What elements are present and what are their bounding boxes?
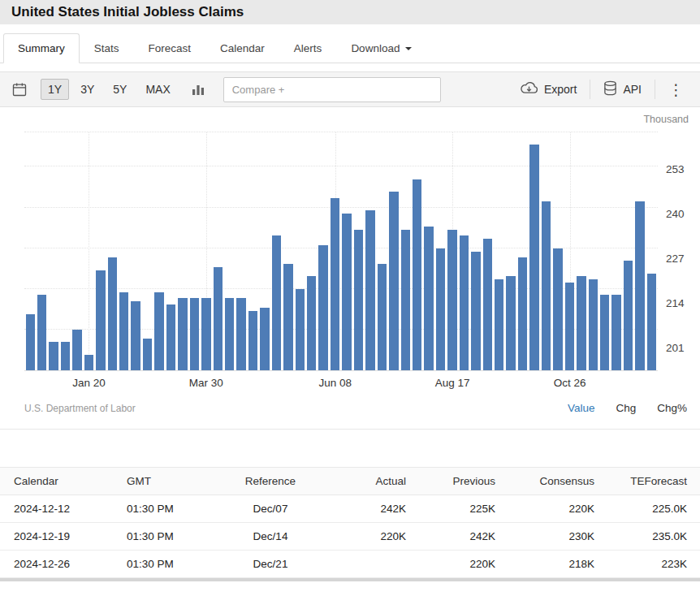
range-button-3y[interactable]: 3Y <box>73 79 102 100</box>
chart-bar <box>378 264 387 370</box>
chart-bar <box>190 298 199 370</box>
mode-value[interactable]: Value <box>568 402 595 414</box>
table-cell: 01:30 PM <box>114 523 210 551</box>
tab-calendar[interactable]: Calendar <box>205 33 279 63</box>
api-button[interactable]: API <box>598 80 646 98</box>
table-cell: 235.0K <box>607 523 700 551</box>
mode-chg-pct[interactable]: Chg% <box>657 402 687 414</box>
chart-bar <box>365 210 374 370</box>
chart-bar <box>611 295 620 370</box>
table-row: 2024-12-2601:30 PMDec/21220K218K223K <box>0 551 700 578</box>
export-label: Export <box>544 83 577 96</box>
table-cell: Dec/14 <box>210 523 331 551</box>
database-icon <box>603 80 617 98</box>
tab-label: Stats <box>94 42 119 54</box>
chart-bars[interactable] <box>24 132 658 370</box>
calendar-icon[interactable] <box>11 81 28 97</box>
chart-bar <box>307 276 316 370</box>
table-cell: 220K <box>419 551 508 578</box>
chart-bar <box>483 239 492 370</box>
tab-label: Forecast <box>149 42 192 54</box>
tab-bar: SummaryStatsForecastCalendarAlertsDownlo… <box>0 24 700 63</box>
bottom-scrollbar[interactable] <box>0 578 700 581</box>
chart-bar <box>26 314 35 370</box>
tab-forecast[interactable]: Forecast <box>134 33 206 63</box>
chart-bar <box>413 179 421 370</box>
toolbar-divider <box>655 80 655 99</box>
data-source-label: U.S. Department of Labor <box>24 403 136 414</box>
chart-bar <box>635 201 644 370</box>
table-cell: 2024-12-26 <box>0 551 114 578</box>
cloud-download-icon <box>520 80 538 98</box>
chart-bar <box>565 283 574 370</box>
range-button-max[interactable]: MAX <box>138 79 177 100</box>
display-mode-switch: Value Chg Chg% <box>568 402 687 414</box>
mode-chg[interactable]: Chg <box>616 402 636 414</box>
toolbar-divider <box>590 80 590 99</box>
tab-download[interactable]: Download <box>336 33 426 63</box>
chart-bar <box>424 227 433 370</box>
chart-bar <box>647 274 656 371</box>
range-button-1y[interactable]: 1Y <box>41 79 69 100</box>
chart-bar <box>96 270 105 370</box>
range-button-5y[interactable]: 5Y <box>106 79 134 100</box>
table-cell: 01:30 PM <box>114 551 210 578</box>
range-selector: 1Y3Y5YMAX <box>41 79 178 100</box>
table-cell: 218K <box>508 551 607 578</box>
tab-alerts[interactable]: Alerts <box>279 33 337 63</box>
chart-bar <box>589 279 598 370</box>
page-header: United States Initial Jobless Claims <box>0 0 700 24</box>
y-axis: 201214227240253 <box>658 132 700 392</box>
chart-bar <box>248 311 257 370</box>
chart-bar <box>577 276 585 370</box>
compare-input[interactable] <box>223 77 441 102</box>
chart-bar <box>166 304 175 370</box>
table-header-row: CalendarGMTReferenceActualPreviousConsen… <box>0 468 700 495</box>
tab-summary[interactable]: Summary <box>3 33 80 63</box>
chart-bar <box>624 261 633 370</box>
chart-footer: U.S. Department of Labor Value Chg Chg% <box>0 392 700 417</box>
y-tick-label: 253 <box>666 163 685 175</box>
tab-label: Calendar <box>220 42 265 54</box>
plot-column: Jan 20Mar 30Jun 08Aug 17Oct 26 <box>24 132 658 392</box>
chart-card: Thousand Jan 20Mar 30Jun 08Aug 17Oct 26 … <box>0 107 700 430</box>
chart-bar <box>214 267 223 370</box>
calendar-table-section: CalendarGMTReferenceActualPreviousConsen… <box>0 467 700 578</box>
column-header-previous: Previous <box>419 468 508 495</box>
export-button[interactable]: Export <box>515 80 581 98</box>
chart-bar <box>389 192 398 370</box>
chart-bar <box>542 201 551 370</box>
table-cell: 242K <box>331 495 419 523</box>
calendar-table: CalendarGMTReferenceActualPreviousConsen… <box>0 467 700 578</box>
chart-bar <box>529 145 538 370</box>
table-cell: 220K <box>508 495 607 523</box>
chart-bar <box>471 252 480 371</box>
table-row: 2024-12-1901:30 PMDec/14220K242K230K235.… <box>0 523 700 551</box>
chart-bar <box>178 298 187 370</box>
table-cell: 225K <box>419 495 508 523</box>
column-header-teforecast: TEForecast <box>607 468 700 495</box>
table-cell: 242K <box>419 523 508 551</box>
chart-bar <box>272 235 281 370</box>
chart-bar <box>84 355 93 370</box>
table-cell: Dec/21 <box>210 551 331 578</box>
kebab-menu-icon[interactable]: ⋮ <box>663 82 689 97</box>
chart-bar <box>154 292 163 370</box>
tab-label: Summary <box>18 42 65 54</box>
chart-bar <box>460 235 469 370</box>
chart-bar <box>342 214 351 370</box>
chart-bar <box>61 342 70 370</box>
table-cell: 230K <box>508 523 607 551</box>
chart-bar <box>49 342 58 370</box>
y-tick-label: 201 <box>666 342 685 354</box>
chart-bar <box>296 289 305 370</box>
column-header-reference: Reference <box>210 468 331 495</box>
bar-chart-icon[interactable] <box>191 82 205 97</box>
chart-toolbar: 1Y3Y5YMAX Export API ⋮ <box>0 71 700 107</box>
chart-area: Jan 20Mar 30Jun 08Aug 17Oct 26 201214227… <box>0 132 700 392</box>
column-header-calendar: Calendar <box>0 468 114 495</box>
table-cell: 01:30 PM <box>114 495 210 523</box>
chart-plot[interactable] <box>24 132 658 371</box>
tab-stats[interactable]: Stats <box>80 33 134 63</box>
table-cell: 220K <box>331 523 419 551</box>
